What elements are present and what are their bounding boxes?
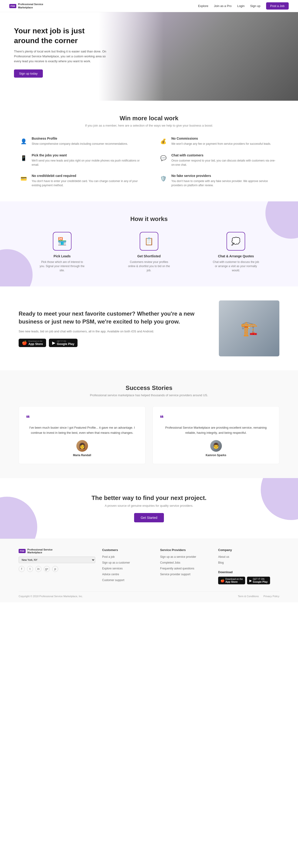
feature-icon-5: 🛡️ <box>158 174 168 184</box>
footer-privacy-link[interactable]: Privacy Policy <box>264 595 279 598</box>
footer-link-completed-jobs[interactable]: Completed Jobs <box>160 561 180 564</box>
instagram-icon[interactable]: in <box>35 566 41 572</box>
nav-links: Explore Join as a Pro Login Sign up Post… <box>198 2 289 9</box>
feature-desc-1: We won't charge any fee or payment from … <box>171 142 271 146</box>
feature-text-4: No credit/debit card required You don't … <box>32 174 140 187</box>
footer-app-store-label: App Store <box>225 580 243 583</box>
step-desc-0: Pick those which are of interest to you.… <box>39 260 86 273</box>
step-icon-1: 📋 <box>140 232 158 251</box>
footer-link-post-job[interactable]: Post a job <box>102 555 114 558</box>
features-grid: 👤 Business Profile Show comprehensive co… <box>19 136 279 187</box>
footer-providers-title: Service Providers <box>160 548 211 552</box>
hero-content: Your next job is just around the corner … <box>0 12 121 92</box>
testimonial-1-author: 👩 Maria Randall <box>26 440 138 457</box>
footer-customers-col: Customers Post a job Sign up as a custom… <box>102 548 153 584</box>
footer-providers-links: Sign up as a service provider Completed … <box>160 555 211 576</box>
pinterest-icon[interactable]: p <box>52 566 58 572</box>
google-plus-icon[interactable]: g+ <box>44 566 50 572</box>
feature-icon-0: 👤 <box>19 136 28 146</box>
nav-join-as-pro[interactable]: Join as a Pro <box>214 4 232 8</box>
quote-mark-2: ❝ <box>160 413 272 422</box>
footer-brand-name: Professional ServiceMarketplace <box>28 548 53 554</box>
feature-text-1: No Commissions We won't charge any fee o… <box>171 136 271 146</box>
step-title-2: Chat & Arrange Quotes <box>212 254 259 258</box>
feature-item-1: 💰 No Commissions We won't charge any fee… <box>158 136 279 146</box>
footer-bottom: Copyright © 2018 Professional Service Ma… <box>19 591 279 598</box>
apple-icon: 🍎 <box>22 340 27 345</box>
google-play-badge[interactable]: ▶ GET IT ON Google Play <box>49 339 77 347</box>
author-name-1: Maria Randall <box>26 454 138 457</box>
footer-apple-icon: 🍎 <box>221 579 225 583</box>
navbar: PSM Professional ServiceMarketplace Expl… <box>0 0 298 12</box>
grow-desc: See new leads, bid on job and chat with … <box>19 329 205 334</box>
feature-desc-3: Once customer respond to your bid, you c… <box>171 158 279 167</box>
google-play-sub: GET IT ON <box>57 340 74 342</box>
feature-title-5: No fake service providers <box>171 174 279 178</box>
hero-signup-button[interactable]: Sign up today <box>14 69 43 78</box>
feature-item-5: 🛡️ No fake service providers You don't h… <box>158 174 279 187</box>
cta-title: The better way to find your next project… <box>19 494 279 502</box>
get-started-button[interactable]: Get Started <box>134 513 164 522</box>
footer: PSM Professional ServiceMarketplace New … <box>0 539 298 602</box>
feature-desc-0: Show comprehensive company details inclu… <box>32 142 128 146</box>
cta-section: The better way to find your next project… <box>0 478 298 539</box>
nav-login[interactable]: Login <box>237 4 245 8</box>
post-job-button[interactable]: Post a Job <box>266 2 289 9</box>
feature-title-1: No Commissions <box>171 136 271 140</box>
feature-text-3: Chat with customers Once customer respon… <box>171 153 279 167</box>
success-stories-section: Success Stories Professional service mar… <box>0 370 298 478</box>
footer-link-customer-support[interactable]: Customer support <box>102 579 124 582</box>
success-stories-subtitle: Professional service marketplace has hel… <box>19 394 279 397</box>
footer-customers-links: Post a job Sign up as a customer Explore… <box>102 555 153 582</box>
hero-section: Your next job is just around the corner … <box>0 12 298 101</box>
feature-title-3: Chat with customers <box>171 153 279 157</box>
footer-link-advice[interactable]: Advice centre <box>102 573 119 576</box>
footer-google-play-icon: ▶ <box>249 579 252 583</box>
feature-title-4: No credit/debit card required <box>32 174 140 178</box>
grow-text: Ready to meet your next favorite custome… <box>19 310 205 347</box>
footer-providers-col: Service Providers Sign up as a service p… <box>160 548 211 584</box>
facebook-icon[interactable]: f <box>19 566 25 572</box>
step-icon-0: 🏪 <box>53 232 71 251</box>
step-desc-1: Customers review your profiles online & … <box>126 260 172 273</box>
footer-customers-title: Customers <box>102 548 153 552</box>
feature-icon-3: 💬 <box>158 153 168 163</box>
steps-row: 🏪 Pick Leads Pick those which are of int… <box>19 232 279 273</box>
feature-desc-4: You don't have to enter your credit/debi… <box>32 179 140 187</box>
footer-link-signup-provider[interactable]: Sign up as a service provider <box>160 555 196 558</box>
grow-section: Ready to meet your next favorite custome… <box>0 286 298 370</box>
footer-app-store-badge[interactable]: 🍎 Download on the App Store <box>218 577 245 584</box>
footer-link-explore-services[interactable]: Explore services <box>102 567 123 570</box>
nav-explore[interactable]: Explore <box>198 4 208 8</box>
footer-company-title: Company <box>218 548 279 552</box>
footer-link-about[interactable]: About us <box>218 555 229 558</box>
footer-google-play-badge[interactable]: ▶ GET IT ON Google Play <box>247 577 270 584</box>
how-it-works-title: How it works <box>19 215 279 223</box>
step-0: 🏪 Pick Leads Pick those which are of int… <box>39 232 86 273</box>
avatar-kamron: 👨 <box>210 440 222 452</box>
footer-terms-link[interactable]: Term & Conditions <box>238 595 259 598</box>
location-select[interactable]: New York, NY <box>19 557 95 563</box>
nav-signup[interactable]: Sign up <box>250 4 260 8</box>
feature-icon-4: 💳 <box>19 174 28 184</box>
footer-link-provider-support[interactable]: Service provider support <box>160 573 191 576</box>
quote-mark-1: ❝ <box>26 413 138 422</box>
footer-link-blog[interactable]: Blog <box>218 561 224 564</box>
testimonial-2: ❝ Professional Service Marketplace are p… <box>153 406 279 464</box>
twitter-icon[interactable]: t <box>27 566 33 572</box>
footer-link-faq[interactable]: Frequently asked questions <box>160 567 194 570</box>
footer-app-store-sub: Download on the <box>225 578 243 580</box>
app-store-badge[interactable]: 🍎 Download on the App Store <box>19 339 46 347</box>
win-more-subtitle: If you join as a member, here are a sele… <box>19 124 279 127</box>
footer-logo-row: PSM Professional ServiceMarketplace <box>19 548 95 554</box>
footer-link-signup-customer[interactable]: Sign up as a customer <box>102 561 130 564</box>
testimonial-1-text: I've been much busier since I got Featur… <box>26 425 138 435</box>
hero-title: Your next job is just around the corner <box>14 26 107 45</box>
how-it-works-section: How it works 🏪 Pick Leads Pick those whi… <box>0 202 298 286</box>
step-icon-2: 💭 <box>227 232 245 251</box>
footer-logo-icon: PSM <box>19 549 26 553</box>
step-title-1: Get Shortlisted <box>126 254 172 258</box>
feature-item-2: 📱 Pick the jobs you want We'll send you … <box>19 153 140 167</box>
footer-download-badges: 🍎 Download on the App Store ▶ GET IT ON … <box>218 577 279 584</box>
author-name-2: Kamron Sparks <box>160 454 272 457</box>
